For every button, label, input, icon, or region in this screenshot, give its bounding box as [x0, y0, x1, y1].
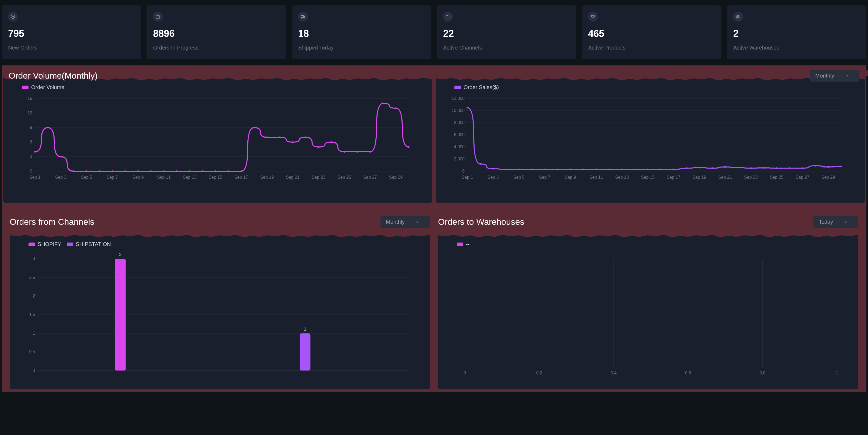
svg-text:3: 3 — [30, 154, 32, 159]
svg-point-39 — [124, 170, 126, 172]
svg-point-105 — [647, 169, 649, 170]
svg-text:Sep 9: Sep 9 — [565, 175, 576, 179]
svg-point-95 — [518, 169, 520, 170]
svg-point-107 — [673, 169, 674, 170]
stat-value: 2 — [733, 28, 860, 39]
svg-text:Sep 9: Sep 9 — [132, 175, 144, 179]
legend-item: Order Volume — [22, 84, 64, 90]
stat-card-new-orders: 795 New Orders — [2, 5, 141, 59]
svg-text:Sep 13: Sep 13 — [183, 175, 196, 179]
svg-point-96 — [531, 169, 533, 170]
svg-text:2.5: 2.5 — [29, 275, 35, 280]
svg-text:Sep 17: Sep 17 — [235, 175, 248, 179]
svg-point-53 — [305, 137, 307, 138]
svg-point-92 — [479, 163, 481, 165]
chart-card-warehouses: -- 00.20.40.60.81 — [438, 233, 858, 389]
svg-text:Sep 23: Sep 23 — [744, 175, 758, 179]
legend-item: Order Sales($) — [455, 84, 499, 90]
svg-text:6: 6 — [30, 140, 32, 144]
chart-card-order-volume: Order Volume 03691215Sep 1Sep 3Sep 5Sep … — [3, 76, 432, 203]
svg-text:Sep 15: Sep 15 — [209, 175, 222, 179]
svg-text:Sep 3: Sep 3 — [55, 175, 66, 179]
legend-item-shopify: SHOPIFY — [29, 241, 61, 248]
svg-point-40 — [137, 170, 139, 172]
svg-point-35 — [73, 170, 74, 172]
svg-text:1.5: 1.5 — [29, 312, 35, 317]
svg-text:4,000: 4,000 — [454, 145, 465, 149]
svg-point-49 — [253, 127, 255, 128]
period-dropdown[interactable]: Today — [813, 216, 858, 228]
column-warehouses: Orders to Warehouses Today -- 00.2 — [438, 216, 858, 389]
svg-rect-137 — [300, 333, 311, 370]
svg-text:Sep 29: Sep 29 — [822, 175, 835, 179]
svg-point-98 — [557, 169, 558, 170]
period-dropdown[interactable]: Monthly — [380, 216, 430, 228]
svg-point-100 — [583, 169, 584, 170]
svg-point-61 — [408, 146, 409, 148]
svg-text:8,000: 8,000 — [454, 120, 465, 125]
stat-label: Shipped Today — [298, 45, 425, 51]
svg-rect-2 — [301, 16, 303, 18]
svg-text:0: 0 — [464, 371, 466, 375]
svg-point-94 — [505, 169, 507, 170]
svg-point-109 — [699, 167, 700, 169]
svg-text:0: 0 — [33, 368, 35, 373]
svg-text:Sep 15: Sep 15 — [641, 175, 655, 179]
stat-label: Active Channels — [443, 45, 570, 51]
svg-text:0.2: 0.2 — [536, 371, 542, 375]
section-header-warehouses: Orders to Warehouses Today — [438, 216, 858, 228]
chart-legend: Order Volume — [22, 84, 422, 90]
chevron-down-icon — [844, 220, 847, 224]
legend-label: Order Sales($) — [464, 84, 499, 90]
chart-card-order-sales: Order Sales($) 02,0004,0006,0008,00010,0… — [436, 76, 865, 203]
svg-text:0.8: 0.8 — [760, 371, 766, 375]
stat-value: 22 — [443, 28, 570, 39]
svg-point-102 — [608, 169, 610, 170]
svg-text:3: 3 — [119, 253, 122, 257]
svg-point-43 — [176, 170, 178, 172]
svg-point-59 — [382, 103, 384, 104]
period-dropdown[interactable]: Monthly — [810, 70, 859, 82]
svg-text:Sep 27: Sep 27 — [796, 175, 809, 179]
dropdown-label: Monthly — [815, 73, 834, 79]
svg-point-99 — [569, 169, 571, 170]
svg-text:1: 1 — [836, 371, 838, 375]
svg-point-37 — [99, 170, 100, 172]
arrow-up-circle-icon — [8, 12, 18, 22]
stat-card-products: 465 Active Products — [582, 5, 721, 59]
svg-point-119 — [827, 166, 829, 168]
svg-text:Sep 19: Sep 19 — [692, 175, 706, 179]
chart-plot-area: 02,0004,0006,0008,00010,00012,000Sep 1Se… — [446, 96, 854, 182]
svg-point-113 — [750, 168, 751, 169]
jagged-card-divider-icon — [438, 233, 858, 238]
svg-point-44 — [189, 170, 190, 172]
svg-text:Sep 25: Sep 25 — [770, 175, 783, 179]
svg-point-58 — [369, 151, 371, 153]
svg-text:Sep 1: Sep 1 — [29, 175, 41, 179]
chart-plot-area: 03691215Sep 1Sep 3Sep 5Sep 7Sep 9Sep 11S… — [14, 96, 422, 182]
chart-card-channels: SHOPIFY SHIPSTATION 00.511.522.5331 — [10, 233, 430, 389]
svg-text:2: 2 — [33, 294, 35, 298]
chevron-down-icon — [415, 220, 419, 224]
svg-text:1: 1 — [304, 327, 306, 331]
svg-point-57 — [356, 151, 358, 153]
stat-label: New Orders — [8, 45, 135, 51]
svg-point-36 — [86, 170, 87, 172]
svg-text:Sep 3: Sep 3 — [488, 175, 499, 179]
svg-point-38 — [112, 170, 113, 172]
svg-text:0: 0 — [30, 169, 32, 173]
svg-text:Sep 11: Sep 11 — [157, 175, 171, 179]
charts-row-2: Orders from Channels Monthly SHOPIFY — [2, 216, 866, 389]
chart-plot-area: 00.20.40.60.81 — [449, 253, 847, 377]
legend-swatch — [455, 86, 461, 89]
svg-text:12: 12 — [27, 111, 32, 115]
stat-value: 18 — [298, 28, 425, 39]
dropdown-label: Today — [819, 219, 833, 225]
svg-text:0.6: 0.6 — [685, 371, 691, 375]
svg-point-115 — [776, 168, 777, 169]
svg-text:0: 0 — [462, 169, 465, 173]
legend-swatch — [29, 242, 35, 246]
svg-point-120 — [840, 166, 842, 167]
chart-legend: Order Sales($) — [455, 84, 854, 90]
section-title: Orders from Channels — [10, 217, 94, 227]
